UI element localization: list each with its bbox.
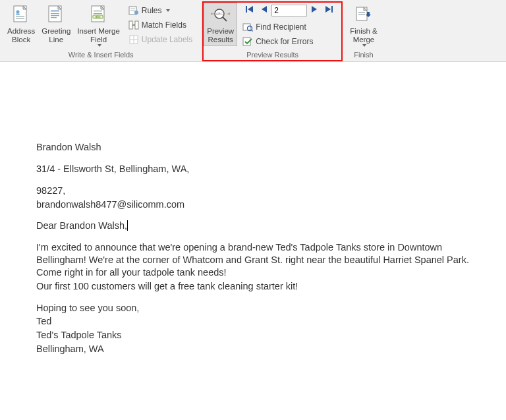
salutation: Dear Brandon Walsh, xyxy=(36,220,470,232)
next-record-button[interactable] xyxy=(308,4,321,16)
finish-merge-button[interactable]: Finish &Merge xyxy=(347,3,381,49)
closing-line-4: Bellingham, WA xyxy=(36,343,470,355)
group-write-insert-fields: AddressBlock GreetingLine xyxy=(0,1,202,61)
svg-rect-26 xyxy=(246,6,247,13)
check-for-errors-button[interactable]: Check for Errors xyxy=(240,35,316,48)
text-cursor xyxy=(127,220,128,231)
finish-merge-label: Finish &Merge xyxy=(350,27,378,44)
ribbon: AddressBlock GreetingLine xyxy=(0,0,506,62)
group-label-preview-results: Preview Results xyxy=(204,49,341,60)
rules-icon xyxy=(128,5,139,16)
svg-rect-9 xyxy=(51,17,57,18)
next-record-icon xyxy=(310,5,318,14)
rules-button[interactable]: Rules xyxy=(126,4,173,17)
preview-results-icon: ABC xyxy=(211,5,231,26)
update-labels-icon xyxy=(128,34,139,45)
body-paragraph-1: I'm excited to announce that we're openi… xyxy=(36,241,470,279)
chevron-down-icon xyxy=(98,44,101,47)
preview-results-button[interactable]: ABC PreviewResults xyxy=(204,3,237,46)
svg-text:abc: abc xyxy=(95,15,101,18)
svg-rect-28 xyxy=(243,24,250,30)
svg-rect-19 xyxy=(129,21,132,29)
svg-text:ABC: ABC xyxy=(216,12,223,16)
update-labels-button: Update Labels xyxy=(126,33,195,46)
svg-rect-23 xyxy=(133,36,134,44)
last-record-icon xyxy=(324,5,333,14)
record-number-input[interactable] xyxy=(271,5,307,16)
closing-line-2: Ted xyxy=(36,315,470,328)
svg-rect-17 xyxy=(130,11,135,11)
previous-record-button[interactable] xyxy=(258,4,271,16)
recipient-address: 31/4 - Ellsworth St, Bellingham, WA, xyxy=(36,163,470,175)
svg-rect-34 xyxy=(367,12,370,15)
match-fields-icon xyxy=(128,20,139,30)
find-recipient-button[interactable]: Find Recipient xyxy=(240,20,309,34)
first-record-icon xyxy=(245,5,254,14)
last-record-button[interactable] xyxy=(322,4,336,16)
svg-point-3 xyxy=(16,11,20,14)
greeting-line-button[interactable]: GreetingLine xyxy=(38,3,74,46)
check-for-errors-icon xyxy=(242,36,253,47)
svg-rect-32 xyxy=(358,12,365,13)
svg-rect-33 xyxy=(358,14,365,15)
svg-point-18 xyxy=(134,11,138,15)
svg-rect-16 xyxy=(130,9,135,9)
svg-rect-6 xyxy=(51,11,59,11)
insert-merge-field-button[interactable]: abc Insert MergeField xyxy=(74,3,123,49)
svg-rect-4 xyxy=(16,14,20,15)
check-for-errors-label: Check for Errors xyxy=(256,37,313,46)
svg-rect-2 xyxy=(16,18,24,18)
recipient-name: Brandon Walsh xyxy=(36,141,470,154)
update-labels-label: Update Labels xyxy=(142,35,192,44)
svg-rect-7 xyxy=(51,13,59,14)
chevron-down-icon xyxy=(362,44,366,47)
group-label-finish: Finish xyxy=(347,49,381,60)
svg-rect-27 xyxy=(331,6,333,13)
recipient-email: brandonwalsh8477@silicomm.com xyxy=(36,198,470,211)
recipient-zip: 98227, xyxy=(36,185,470,197)
svg-rect-20 xyxy=(135,21,138,29)
find-recipient-label: Find Recipient xyxy=(256,22,306,32)
group-preview-results: ABC PreviewResults xyxy=(202,1,343,61)
greeting-line-icon xyxy=(47,5,65,26)
rules-label: Rules xyxy=(142,6,162,15)
preview-results-label: PreviewResults xyxy=(207,27,234,44)
insert-merge-field-icon: abc xyxy=(90,5,108,26)
svg-rect-8 xyxy=(51,15,59,16)
body-paragraph-2: Our first 100 customers will get a free … xyxy=(36,280,470,293)
document-body[interactable]: Brandon Walsh 31/4 - Ellsworth St, Belli… xyxy=(0,62,506,376)
match-fields-label: Match Fields xyxy=(142,20,186,30)
previous-record-icon xyxy=(260,5,268,14)
find-recipient-icon xyxy=(242,22,253,32)
finish-merge-icon xyxy=(354,5,374,26)
match-fields-button[interactable]: Match Fields xyxy=(126,18,189,32)
address-block-icon xyxy=(12,5,30,26)
chevron-down-icon xyxy=(166,9,170,12)
svg-rect-1 xyxy=(16,16,24,16)
first-record-button[interactable] xyxy=(242,4,257,16)
address-block-label: AddressBlock xyxy=(7,27,35,44)
group-label-write-insert: Write & Insert Fields xyxy=(4,49,198,60)
closing-line-1: Hoping to see you soon, xyxy=(36,302,470,315)
svg-rect-11 xyxy=(94,11,102,11)
group-finish: Finish &Merge Finish xyxy=(343,1,385,61)
closing-line-3: Ted's Tadpole Tanks xyxy=(36,329,470,342)
insert-merge-field-label: Insert MergeField xyxy=(77,27,120,44)
address-block-button[interactable]: AddressBlock xyxy=(4,3,38,46)
greeting-line-label: GreetingLine xyxy=(42,27,70,44)
